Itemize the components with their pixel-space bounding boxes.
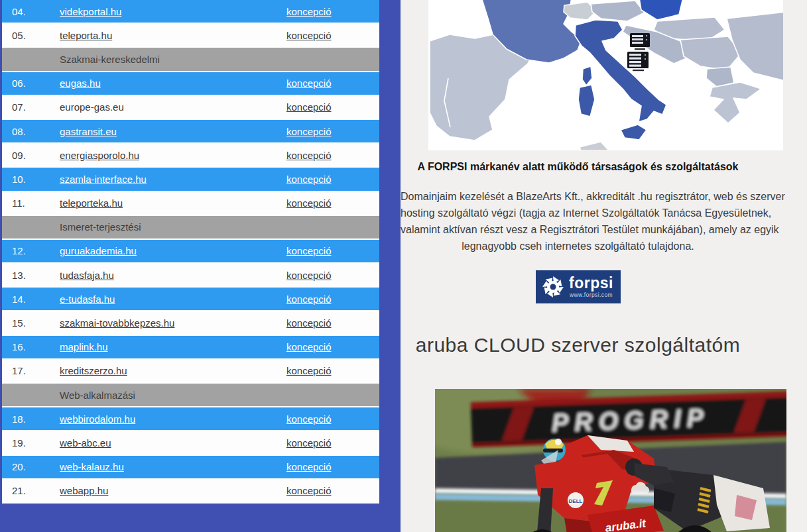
- table-row: 21. webapp.hu koncepció: [2, 480, 379, 504]
- koncepcio-link[interactable]: koncepció: [286, 197, 332, 209]
- paragraph-line: Domainjaim kezelését a BlazeArts Kft., a…: [401, 188, 755, 205]
- table-row: 14. e-tudasfa.hu koncepció: [2, 288, 379, 311]
- section-label: Web-alkalmazási: [60, 390, 135, 401]
- europe-map-svg: [428, 0, 783, 150]
- domain-link[interactable]: teleporteka.hu: [60, 197, 123, 209]
- koncepcio-link[interactable]: koncepció: [286, 30, 332, 41]
- row-number: 08.: [12, 126, 60, 137]
- table-row: 06. eugas.hu koncepció: [2, 72, 379, 96]
- table-row: 20. web-kalauz.hu koncepció: [2, 456, 379, 480]
- row-number: 10.: [12, 174, 60, 185]
- koncepcio-link[interactable]: koncepció: [286, 437, 332, 449]
- koncepcio-link[interactable]: koncepció: [286, 365, 332, 376]
- paragraph-line: hosting szolgáltató végzi (tagja az Inte…: [401, 205, 755, 221]
- row-number: 18.: [12, 413, 60, 425]
- page: { "colors": { "accentBand": "#3f4fb2", "…: [0, 0, 807, 532]
- table-row: 04. videkportal.hu koncepció: [2, 0, 379, 24]
- forpsi-section-heading: A FORPSI márkanév alatt működő társaságo…: [401, 161, 755, 173]
- table-row: 10. szamla-interface.hu koncepció: [2, 168, 379, 191]
- forpsi-logo-text: forpsi: [569, 276, 613, 291]
- paragraph-line: legnagyobb cseh internetes szolgáltató t…: [401, 238, 755, 254]
- row-number: 13.: [12, 270, 60, 281]
- domain-link[interactable]: e-tudasfa.hu: [60, 293, 115, 305]
- table-row: 05. teleporta.hu koncepció: [2, 24, 379, 48]
- row-number: 12.: [12, 245, 60, 256]
- domain-link[interactable]: videkportal.hu: [60, 6, 121, 17]
- domain-link[interactable]: teleporta.hu: [60, 30, 112, 41]
- table-row: 11. teleporteka.hu koncepció: [2, 192, 379, 216]
- koncepcio-link[interactable]: koncepció: [286, 245, 332, 256]
- table-section-header: Szakmai-kereskedelmi: [2, 48, 379, 72]
- banner-text: PROGRIP: [551, 404, 710, 437]
- table-section-header: Ismeret-terjesztési: [2, 216, 379, 240]
- row-number: 05.: [12, 30, 60, 41]
- table-row: 12. guruakademia.hu koncepció: [2, 240, 379, 264]
- domain-text: europe-gas.eu: [60, 101, 124, 113]
- row-number: 06.: [12, 78, 60, 89]
- domain-link[interactable]: guruakademia.hu: [60, 245, 137, 256]
- domain-table: 04. videkportal.hu koncepció 05. telepor…: [2, 0, 379, 504]
- domain-link[interactable]: web-abc.eu: [60, 437, 111, 449]
- motorcycle-photo: PROGRIP: [435, 389, 786, 532]
- koncepcio-link[interactable]: koncepció: [286, 6, 332, 17]
- koncepcio-link[interactable]: koncepció: [286, 126, 332, 137]
- koncepcio-link[interactable]: koncepció: [286, 317, 332, 329]
- table-row: 15. szakmai-tovabbkepzes.hu koncepció: [2, 311, 379, 335]
- domain-link[interactable]: maplink.hu: [60, 341, 108, 352]
- content-panel: A FORPSI márkanév alatt működő társaságo…: [401, 0, 807, 532]
- domain-link[interactable]: web-kalauz.hu: [60, 461, 124, 472]
- table-row: 13. tudasfaja.hu koncepció: [2, 264, 379, 288]
- koncepcio-link[interactable]: koncepció: [286, 485, 332, 496]
- row-number: 19.: [12, 437, 60, 449]
- section-label: Szakmai-kereskedelmi: [60, 54, 160, 65]
- table-row: 07. europe-gas.eu koncepció: [2, 96, 379, 120]
- row-number: 04.: [12, 6, 60, 17]
- domain-link[interactable]: kreditszerzo.hu: [60, 365, 127, 376]
- koncepcio-link[interactable]: koncepció: [286, 413, 332, 425]
- koncepcio-link[interactable]: koncepció: [286, 150, 332, 161]
- row-number: 20.: [12, 461, 60, 472]
- koncepcio-link[interactable]: koncepció: [286, 270, 332, 281]
- domain-link[interactable]: webapp.hu: [60, 485, 108, 496]
- europe-map-image: [428, 0, 783, 150]
- aruba-heading: aruba CLOUD szerver szolgáltatóm: [401, 334, 755, 356]
- row-number: 11.: [12, 197, 60, 209]
- domain-link[interactable]: gastransit.eu: [60, 126, 117, 137]
- svg-text:DELL: DELL: [569, 498, 583, 504]
- koncepcio-link[interactable]: koncepció: [286, 341, 332, 352]
- domain-link[interactable]: szamla-interface.hu: [60, 174, 147, 185]
- forpsi-pinwheel-icon: [542, 276, 564, 298]
- row-number: 21.: [12, 485, 60, 496]
- table-row: 17. kreditszerzo.hu koncepció: [2, 360, 379, 384]
- table-row: 18. webbirodalom.hu koncepció: [2, 407, 379, 431]
- server-rack-icon: [627, 52, 649, 71]
- domain-link[interactable]: energiasporolo.hu: [60, 150, 139, 161]
- row-number: 14.: [12, 293, 60, 305]
- forpsi-paragraph: Domainjaim kezelését a BlazeArts Kft., a…: [401, 188, 755, 254]
- section-label: Ismeret-terjesztési: [60, 221, 141, 233]
- row-number: 17.: [12, 365, 60, 376]
- table-row: 08. gastransit.eu koncepció: [2, 120, 379, 144]
- koncepcio-link[interactable]: koncepció: [286, 293, 332, 305]
- table-row: 09. energiasporolo.hu koncepció: [2, 144, 379, 168]
- row-number: 16.: [12, 341, 60, 352]
- koncepcio-link[interactable]: koncepció: [286, 174, 332, 185]
- domain-link[interactable]: szakmai-tovabbkepzes.hu: [60, 317, 174, 329]
- forpsi-logo-url: www.forpsi.com: [570, 292, 613, 298]
- forpsi-logo[interactable]: forpsi www.forpsi.com: [536, 270, 621, 303]
- paragraph-line: valamint aktívan részt vesz a Regisztrát…: [401, 221, 755, 238]
- koncepcio-link[interactable]: koncepció: [286, 78, 332, 89]
- row-number: 07.: [12, 101, 60, 113]
- koncepcio-link[interactable]: koncepció: [286, 461, 332, 472]
- domain-link[interactable]: eugas.hu: [60, 78, 101, 89]
- table-row: 16. maplink.hu koncepció: [2, 336, 379, 360]
- row-number: 09.: [12, 150, 60, 161]
- domain-link[interactable]: tudasfaja.hu: [60, 270, 114, 281]
- domain-link[interactable]: webbirodalom.hu: [60, 413, 135, 425]
- row-number: 15.: [12, 317, 60, 329]
- table-row: 19. web-abc.eu koncepció: [2, 431, 379, 455]
- motorcycle-photo-svg: PROGRIP: [435, 389, 786, 532]
- table-section-header: Web-alkalmazási: [2, 384, 379, 407]
- koncepcio-link[interactable]: koncepció: [286, 101, 332, 113]
